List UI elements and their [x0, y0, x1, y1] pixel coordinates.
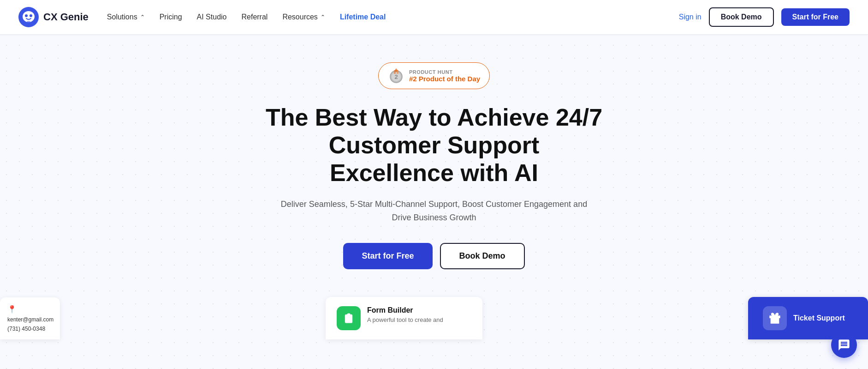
nav-referral[interactable]: Referral — [241, 13, 268, 21]
svg-point-2 — [25, 14, 28, 17]
brand-name: CX Genie — [43, 11, 89, 23]
chevron-down-icon: ⌃ — [321, 14, 325, 20]
navbar: CX Genie Solutions ⌃ Pricing AI Studio R… — [0, 0, 868, 35]
nav-lifetime-deal[interactable]: Lifetime Deal — [340, 13, 386, 21]
start-for-free-hero-button[interactable]: Start for Free — [343, 243, 432, 269]
svg-rect-8 — [394, 70, 396, 74]
ticket-support-title: Ticket Support — [793, 314, 845, 322]
hero-subtext: Deliver Seamless, 5-Star Multi-Channel S… — [273, 198, 595, 224]
start-for-free-nav-button[interactable]: Start for Free — [781, 8, 850, 26]
form-builder-icon — [337, 306, 361, 330]
form-builder-text: Form Builder A powerful tool to create a… — [367, 306, 443, 323]
nav-ai-studio[interactable]: AI Studio — [197, 13, 227, 21]
product-hunt-badge: 2 PRODUCT HUNT #2 Product of the Day — [378, 62, 490, 89]
hero-section: 2 PRODUCT HUNT #2 Product of the Day The… — [0, 35, 868, 297]
left-contact-card: 📍 kenter@gmail.com (731) 450-0348 — [0, 297, 60, 339]
ph-label: PRODUCT HUNT — [409, 69, 480, 75]
ph-title: #2 Product of the Day — [409, 75, 480, 83]
product-hunt-text: PRODUCT HUNT #2 Product of the Day — [409, 69, 480, 83]
form-builder-desc: A powerful tool to create and — [367, 316, 443, 323]
location-icon: 📍 — [7, 305, 53, 314]
svg-rect-9 — [397, 70, 398, 74]
svg-text:2: 2 — [394, 73, 398, 80]
contact-phone: (731) 450-0348 — [7, 326, 53, 332]
chat-support-button[interactable] — [831, 332, 857, 358]
ticket-support-card: Ticket Support — [748, 297, 868, 339]
bottom-cards: 📍 kenter@gmail.com (731) 450-0348 Form B… — [0, 297, 868, 339]
form-builder-title: Form Builder — [367, 306, 443, 315]
ticket-support-icon — [763, 306, 787, 330]
nav-solutions[interactable]: Solutions ⌃ — [107, 13, 145, 21]
nav-links: Solutions ⌃ Pricing AI Studio Referral R… — [107, 13, 386, 21]
nav-pricing[interactable]: Pricing — [160, 13, 182, 21]
book-demo-hero-button[interactable]: Book Demo — [440, 243, 525, 269]
svg-point-4 — [27, 21, 30, 24]
sign-in-link[interactable]: Sign in — [679, 13, 702, 21]
nav-right: Sign in Book Demo Start for Free — [679, 7, 850, 27]
logo[interactable]: CX Genie — [18, 7, 89, 27]
chevron-down-icon: ⌃ — [140, 14, 145, 20]
hero-heading: The Best Way to Achieve 24/7 Customer Su… — [226, 104, 642, 187]
contact-email: kenter@gmail.com — [7, 316, 53, 323]
nav-resources[interactable]: Resources ⌃ — [282, 13, 325, 21]
form-builder-card: Form Builder A powerful tool to create a… — [326, 297, 482, 339]
hero-buttons: Start for Free Book Demo — [343, 243, 524, 269]
book-demo-nav-button[interactable]: Book Demo — [709, 7, 774, 27]
svg-point-3 — [30, 14, 32, 17]
svg-point-1 — [23, 11, 35, 22]
